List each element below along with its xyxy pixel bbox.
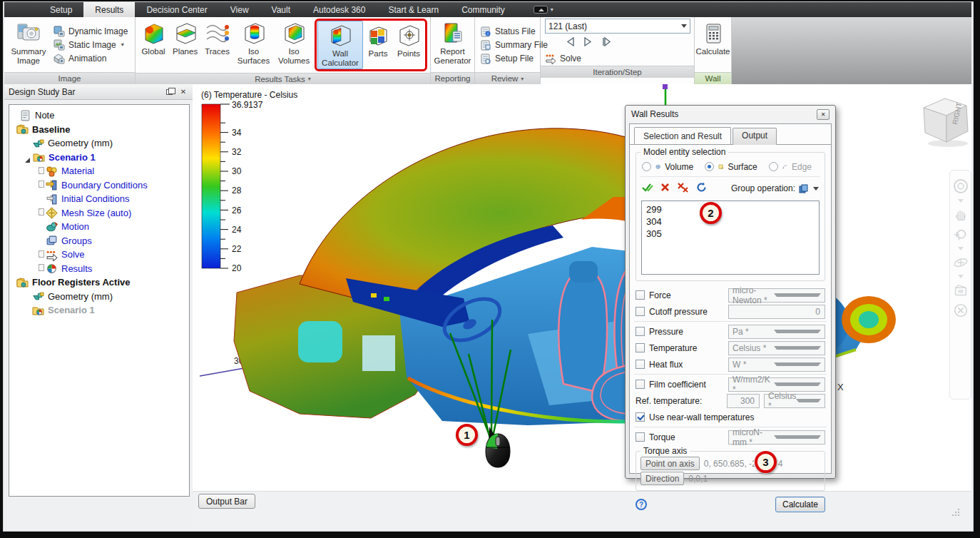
film-coefficient-unit-select[interactable]: W/mm2/K * xyxy=(728,377,825,392)
selected-surfaces-list[interactable]: 299 304 305 xyxy=(641,201,820,275)
temperature-unit-select[interactable]: Celsius * xyxy=(728,341,825,355)
refresh-selection-button[interactable] xyxy=(696,182,707,195)
full-navigation-icon[interactable] xyxy=(953,303,969,318)
pressure-checkbox[interactable] xyxy=(636,327,645,336)
tab-setup[interactable]: Setup xyxy=(39,2,83,17)
tab-view[interactable]: View xyxy=(219,2,260,17)
ref-temperature-unit-select[interactable]: Celsius * xyxy=(764,394,825,408)
group-label-review[interactable]: Review▾ xyxy=(475,72,540,84)
edge-radio[interactable] xyxy=(769,162,778,171)
previous-iteration-button[interactable] xyxy=(566,36,576,50)
tree-item-note[interactable]: Note xyxy=(9,108,189,123)
surface-radio[interactable] xyxy=(705,162,714,171)
force-unit-select[interactable]: micro-Newton * xyxy=(728,288,825,303)
volume-radio[interactable] xyxy=(642,162,651,171)
zoom-icon[interactable] xyxy=(953,227,969,243)
iso-surfaces-button[interactable]: Iso Surfaces xyxy=(234,19,273,71)
close-dialog-button[interactable]: ✕ xyxy=(817,109,830,120)
force-checkbox[interactable] xyxy=(636,290,645,300)
tree-item-results[interactable]: Results xyxy=(9,262,189,276)
pan-hand-icon[interactable] xyxy=(953,207,969,223)
chevron-down-icon[interactable] xyxy=(958,199,964,203)
group-operation-icon[interactable] xyxy=(799,183,810,194)
edge-label[interactable]: Edge xyxy=(792,162,812,172)
cutoff-pressure-input[interactable]: 0 xyxy=(728,305,825,319)
traces-button[interactable]: Traces xyxy=(202,19,233,71)
help-icon[interactable]: ? xyxy=(636,499,647,510)
tree-item-geometry-baseline[interactable]: Geometry (mm) xyxy=(9,136,189,151)
tab-start-and-learn[interactable]: Start & Learn xyxy=(377,2,450,17)
group-label-results-tasks[interactable]: Results Tasks▾ xyxy=(136,73,430,84)
float-panel-icon[interactable] xyxy=(164,87,174,96)
tab-results[interactable]: Results xyxy=(83,2,135,17)
cutoff-pressure-checkbox[interactable] xyxy=(636,307,645,316)
calculate-button[interactable]: Calculate xyxy=(775,497,825,512)
chevron-down-icon[interactable]: ▾ xyxy=(121,41,124,48)
film-coefficient-checkbox[interactable] xyxy=(636,380,645,389)
animation-button[interactable]: Animation xyxy=(53,53,128,64)
torque-unit-select[interactable]: microN-mm * xyxy=(728,430,825,445)
tab-output[interactable]: Output xyxy=(733,128,777,145)
tree-item-mesh-size[interactable]: Mesh Size (auto) xyxy=(9,206,189,220)
ref-temperature-input[interactable]: 300 xyxy=(727,394,760,408)
group-label-image[interactable]: Image xyxy=(4,72,135,84)
torque-checkbox[interactable] xyxy=(636,432,645,442)
navigation-bar[interactable] xyxy=(949,170,971,400)
wall-calculator-button[interactable]: Wall Calculator xyxy=(317,21,363,69)
media-menu-button[interactable]: ▾ xyxy=(534,2,553,17)
tree-item-material[interactable]: Material xyxy=(9,164,189,178)
global-button[interactable]: Global xyxy=(138,19,168,71)
tree-item-initial-conditions[interactable]: Initial Conditions xyxy=(9,192,189,206)
calculate-ribbon-button[interactable]: Calculate xyxy=(696,19,730,71)
volume-label[interactable]: Volume xyxy=(665,162,693,172)
tab-vault[interactable]: Vault xyxy=(260,2,302,17)
heat-flux-checkbox[interactable] xyxy=(636,360,645,369)
last-iteration-button[interactable] xyxy=(600,36,612,50)
remove-all-selection-button[interactable] xyxy=(677,183,689,195)
chevron-down-icon[interactable] xyxy=(958,247,964,250)
group-label-reporting[interactable]: Reporting xyxy=(431,72,474,84)
points-button[interactable]: Points xyxy=(393,21,424,69)
iteration-select[interactable]: 121 (Last) xyxy=(545,19,690,34)
look-at-icon[interactable] xyxy=(953,283,969,298)
first-iteration-button[interactable] xyxy=(546,36,558,50)
tab-community[interactable]: Community xyxy=(450,2,516,17)
tab-selection-and-result[interactable]: Selection and Result xyxy=(634,127,731,144)
list-item[interactable]: 304 xyxy=(646,215,815,228)
3d-viewport[interactable]: 3043.45 xyxy=(193,84,971,491)
summary-file-button[interactable]: Summary File xyxy=(480,39,548,51)
tree-item-scenario-1[interactable]: Scenario 1 xyxy=(9,151,189,165)
tree-item-motion[interactable]: Motion xyxy=(9,220,189,234)
output-bar-button[interactable]: Output Bar xyxy=(198,494,255,509)
tree-item-solve[interactable]: Solve xyxy=(9,248,189,262)
list-item[interactable]: 299 xyxy=(646,203,815,215)
tree-item-geometry-floor[interactable]: Geometry (mm) xyxy=(9,290,189,304)
iso-volumes-button[interactable]: Iso Volumes xyxy=(275,19,313,71)
wall-results-dialog[interactable]: Wall Results ✕ Selection and Result Outp… xyxy=(625,105,836,479)
resize-grip[interactable] xyxy=(951,508,960,517)
chevron-down-icon[interactable] xyxy=(958,275,964,278)
tab-autodesk-360[interactable]: Autodesk 360 xyxy=(302,2,377,17)
planes-button[interactable]: Planes xyxy=(170,19,200,71)
summary-image-button[interactable]: Summary Image xyxy=(7,19,50,71)
navigation-wheel-icon[interactable] xyxy=(952,178,969,195)
remove-selection-button[interactable] xyxy=(660,183,670,194)
tree-item-groups[interactable]: Groups xyxy=(9,234,189,248)
pressure-unit-select[interactable]: Pa * xyxy=(728,325,825,339)
view-cube[interactable]: RIGHT xyxy=(915,93,974,151)
tree-item-baseline[interactable]: Baseline xyxy=(9,123,189,137)
tree-item-boundary-conditions[interactable]: Boundary Conditions xyxy=(9,178,189,193)
status-file-button[interactable]: i Status File xyxy=(480,26,548,37)
tree-item-scenario-1-inactive[interactable]: Scenario 1 xyxy=(9,303,189,318)
tree-item-floor-registers-active[interactable]: Floor Registers Active xyxy=(9,275,189,290)
apply-selection-button[interactable] xyxy=(642,183,653,194)
point-on-axis-button[interactable]: Point on axis xyxy=(640,457,700,470)
orbit-icon[interactable] xyxy=(953,255,969,270)
next-iteration-button[interactable] xyxy=(583,36,593,50)
surface-label[interactable]: Surface xyxy=(728,162,757,172)
setup-file-button[interactable]: Setup File xyxy=(480,53,548,64)
solve-button[interactable]: Solve xyxy=(545,53,690,64)
static-image-button[interactable]: Static Image ▾ xyxy=(53,39,128,51)
report-generator-button[interactable]: Report Generator xyxy=(433,19,473,71)
temperature-checkbox[interactable] xyxy=(636,343,645,352)
